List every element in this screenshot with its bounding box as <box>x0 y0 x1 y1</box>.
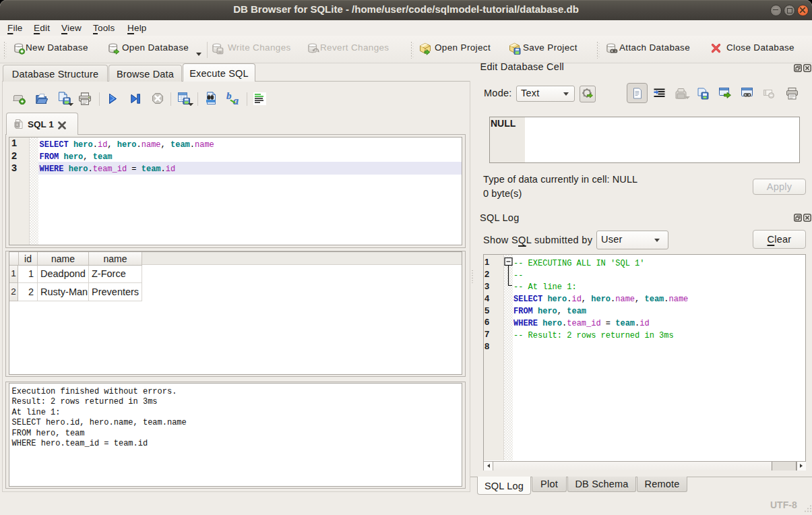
svg-text:b: b <box>226 91 232 101</box>
svg-text:a: a <box>233 95 239 105</box>
